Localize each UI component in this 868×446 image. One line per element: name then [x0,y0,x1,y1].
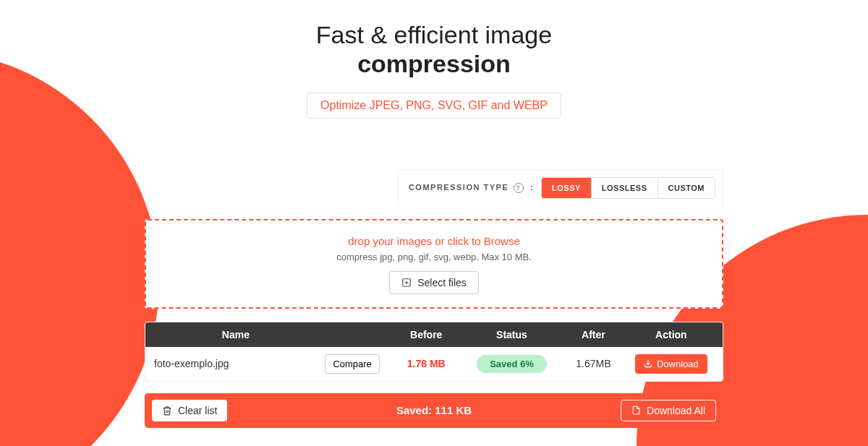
results-table: Name Before Status After Action foto-exe… [145,322,723,382]
compression-type-row: COMPRESSION TYPE ? : LOSSY LOSSLESS CUST… [398,169,723,206]
compare-button[interactable]: Compare [325,354,379,374]
status-badge: Saved 6% [477,355,547,373]
clear-list-button[interactable]: Clear list [152,400,227,421]
footer-bar: Clear list Saved: 111 KB Download All [145,393,723,428]
download-button[interactable]: Download [635,354,707,374]
hero-title-line2: compression [0,50,868,78]
cell-before: 1.78 MB [387,358,465,369]
compression-type-label: COMPRESSION TYPE ? : [409,183,534,193]
th-action: Action [629,329,714,340]
th-after: After [558,329,629,340]
saved-summary: Saved: 111 KB [396,404,472,416]
compression-type-custom[interactable]: CUSTOM [658,178,715,198]
download-all-label: Download All [647,405,705,416]
select-files-label: Select files [417,277,467,288]
download-all-button[interactable]: Download All [621,400,716,421]
compression-type-lossy[interactable]: LOSSY [542,178,591,198]
add-file-icon [401,278,412,288]
compression-type-label-text: COMPRESSION TYPE [409,183,509,192]
trash-icon [162,406,172,416]
dropzone-subtext: compress jpg, png, gif, svg, webp. Max 1… [153,252,715,262]
cell-after: 1.67MB [558,358,629,369]
th-before: Before [387,329,465,340]
hero-subtitle: Optimize JPEG, PNG, SVG, GIF and WEBP [307,93,561,119]
download-label: Download [657,359,699,369]
help-icon[interactable]: ? [514,183,524,193]
dropzone-headline: drop your images or click to Browse [153,235,715,247]
table-row: foto-exemplo.jpg Compare 1.78 MB Saved 6… [145,347,723,381]
th-status: Status [465,329,558,340]
dropzone[interactable]: drop your images or click to Browse comp… [145,219,723,309]
compression-type-segmented: LOSSY LOSSLESS CUSTOM [541,177,715,199]
cell-filename: foto-exemplo.jpg [154,358,318,369]
download-icon [644,359,652,368]
clear-list-label: Clear list [178,405,217,416]
th-name: Name [154,329,318,340]
hero-section: Fast & efficient image compression Optim… [0,0,868,119]
table-header: Name Before Status After Action [145,322,723,347]
hero-title-line1: Fast & efficient image [0,20,868,50]
file-icon [631,406,641,415]
compression-type-lossless[interactable]: LOSSLESS [591,178,658,198]
select-files-button[interactable]: Select files [389,271,479,294]
